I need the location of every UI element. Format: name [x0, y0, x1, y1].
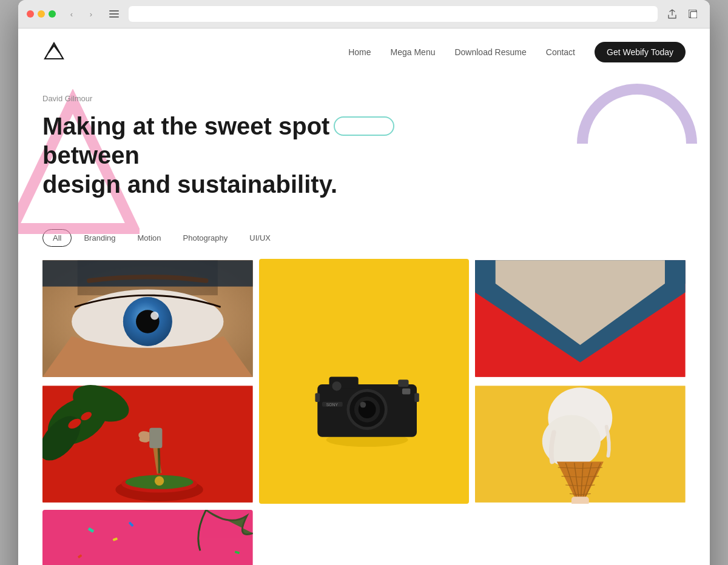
- svg-point-46: [155, 476, 164, 486]
- portfolio-item-chair[interactable]: [42, 510, 253, 565]
- portfolio-item-coffee[interactable]: [42, 384, 253, 504]
- hero-section: David Gilmour Making at the sweet spot b…: [18, 76, 710, 229]
- filter-all[interactable]: All: [42, 229, 72, 247]
- navigation: Home Mega Menu Download Resume Contact G…: [18, 28, 710, 76]
- traffic-lights: [27, 10, 56, 18]
- hero-name: David Gilmour: [42, 94, 686, 103]
- nav-arrows: ‹ ›: [63, 7, 99, 21]
- close-button[interactable]: [27, 10, 34, 18]
- sidebar-toggle-button[interactable]: [106, 7, 123, 21]
- nav-contact[interactable]: Contact: [546, 47, 575, 57]
- filter-tabs: All Branding Motion Photography UI/UX: [18, 229, 710, 247]
- svg-text:SONY: SONY: [326, 403, 338, 407]
- portfolio-item-eye[interactable]: [42, 259, 253, 378]
- maximize-button[interactable]: [49, 10, 56, 18]
- svg-point-27: [332, 381, 341, 390]
- svg-rect-20: [398, 379, 408, 387]
- svg-rect-2: [109, 16, 119, 18]
- nav-mega-menu[interactable]: Mega Menu: [391, 47, 436, 57]
- svg-rect-45: [149, 428, 162, 449]
- svg-rect-30: [315, 393, 320, 401]
- filter-uiux[interactable]: UI/UX: [240, 230, 280, 246]
- svg-rect-0: [109, 10, 119, 12]
- nav-home[interactable]: Home: [348, 47, 371, 57]
- svg-point-25: [360, 402, 366, 408]
- filter-photography[interactable]: Photography: [174, 230, 238, 246]
- svg-rect-16: [259, 259, 470, 504]
- portfolio-grid: SONY: [18, 259, 710, 565]
- browser-actions: [664, 7, 701, 21]
- svg-rect-31: [414, 393, 419, 401]
- new-tab-button[interactable]: [684, 7, 701, 21]
- get-webify-button[interactable]: Get Webify Today: [595, 42, 686, 62]
- minimize-button[interactable]: [38, 10, 45, 18]
- browser-window: ‹ ›: [18, 0, 710, 565]
- address-bar[interactable]: [129, 6, 658, 22]
- nav-download-resume[interactable]: Download Resume: [454, 47, 526, 57]
- hero-title: Making at the sweet spot between design …: [42, 112, 382, 199]
- filter-motion[interactable]: Motion: [128, 230, 171, 246]
- portfolio-item-geometric[interactable]: [475, 259, 686, 378]
- browser-toolbar: ‹ ›: [18, 0, 710, 28]
- back-button[interactable]: ‹: [63, 7, 80, 21]
- svg-point-14: [150, 312, 158, 319]
- svg-rect-4: [690, 12, 697, 18]
- svg-rect-1: [109, 13, 119, 15]
- share-button[interactable]: [664, 7, 681, 21]
- forward-button[interactable]: ›: [83, 7, 99, 21]
- svg-rect-26: [402, 389, 410, 395]
- nav-links: Home Mega Menu Download Resume Contact G…: [348, 42, 686, 62]
- filter-branding[interactable]: Branding: [74, 230, 125, 246]
- website-content: Home Mega Menu Download Resume Contact G…: [18, 28, 710, 565]
- portfolio-item-camera[interactable]: SONY: [259, 259, 470, 504]
- portfolio-item-icecream[interactable]: [475, 384, 686, 504]
- svg-rect-15: [42, 260, 253, 286]
- logo[interactable]: [42, 42, 66, 62]
- svg-rect-56: [571, 496, 589, 504]
